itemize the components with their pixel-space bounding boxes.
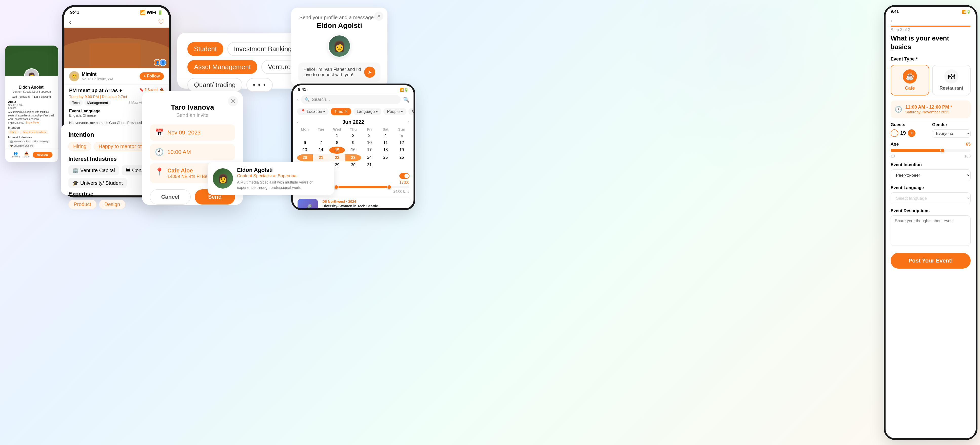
cal-day-19[interactable]: 19	[394, 146, 409, 154]
back-arrow[interactable]: ‹	[69, 19, 71, 26]
guests-increment[interactable]: +	[908, 129, 915, 137]
connect-close-button[interactable]: ✕	[374, 12, 383, 21]
chip-investment-banking[interactable]: Investment Banking	[228, 42, 298, 56]
guests-label: Guests	[891, 122, 929, 127]
message-button[interactable]: Message	[33, 152, 52, 158]
cal-day-21[interactable]: 21	[313, 154, 329, 161]
cal-header-fri: Fri	[362, 127, 377, 131]
time-slider-start[interactable]	[334, 185, 339, 189]
create-back-icon[interactable]: ‹	[891, 17, 892, 24]
cal-day-6[interactable]: 6	[297, 140, 313, 146]
cal-day-4[interactable]: 4	[378, 132, 393, 139]
event-type-restaurant[interactable]: 🍽 Restaurant	[932, 65, 970, 95]
age-slider-handle[interactable]	[940, 148, 945, 153]
date-icon: 📅	[155, 128, 164, 137]
guests-decrement[interactable]: −	[891, 129, 898, 137]
cancel-button[interactable]: Cancel	[150, 189, 191, 205]
time-icon: 🕙	[155, 148, 164, 156]
cal-month: Jun 2022	[342, 119, 364, 125]
event-language-select[interactable]: Select language	[891, 192, 970, 204]
chip-more[interactable]: • • •	[247, 78, 273, 92]
following-button[interactable]: 👥 Following	[11, 151, 21, 158]
cal-header-sat: Sat	[378, 127, 393, 131]
cal-day-31[interactable]: 31	[362, 162, 377, 168]
industry-university: 🎓 University/ Student	[8, 144, 35, 148]
cal-status-time: 9:41	[298, 87, 306, 92]
cal-day-17[interactable]: 17	[362, 146, 377, 154]
cal-day-11[interactable]: 11	[378, 140, 393, 146]
cal-day-13[interactable]: 13	[297, 146, 313, 154]
filter-location[interactable]: 📍 Location ▾	[297, 108, 329, 115]
cal-day-2[interactable]: 2	[345, 132, 361, 139]
post-event-button[interactable]: Post Your Event!	[891, 253, 970, 269]
cal-day-25[interactable]: 25	[378, 154, 393, 161]
age-min: 18	[891, 154, 895, 158]
event-desc-textarea[interactable]	[891, 215, 970, 246]
invite-person-name: Taro Ivanova	[171, 103, 214, 111]
event-type-cafe[interactable]: ☕ Cafe	[891, 65, 929, 95]
cal-day-22[interactable]: 22	[329, 154, 345, 161]
age-max-display: 65	[966, 142, 970, 147]
guests-value: 19	[900, 130, 906, 136]
host-name: Mimint	[82, 72, 137, 77]
cal-day-12[interactable]: 12	[394, 140, 409, 146]
filter-time[interactable]: Time ✕	[331, 108, 351, 115]
time-toggle[interactable]	[399, 173, 409, 179]
cal-day-10[interactable]: 10	[362, 140, 377, 146]
cal-day-18[interactable]: 18	[378, 146, 393, 154]
chip-asset-management[interactable]: Asset Management	[188, 60, 257, 74]
time-end-label: 17:06	[399, 180, 409, 185]
heart-icon[interactable]: ♡	[158, 18, 164, 26]
filter-gender[interactable]: Gen...	[409, 108, 414, 115]
cal-day-16[interactable]: 16	[345, 146, 361, 154]
cal-back-icon[interactable]: ‹	[297, 97, 299, 102]
create-date: Saturday, November 2023	[905, 110, 952, 114]
industry-vc-chip: 🏢Venture Capital	[68, 165, 119, 175]
gender-select[interactable]: Everyone	[932, 129, 970, 138]
cal-next[interactable]: ›	[408, 119, 409, 125]
cal-day-5[interactable]: 5	[394, 132, 409, 139]
cal-day-30[interactable]: 30	[345, 162, 361, 168]
time-slider-end[interactable]	[387, 185, 391, 189]
cal-day-23[interactable]: 23	[345, 154, 361, 161]
cal-day-14[interactable]: 14	[313, 146, 329, 154]
share-button[interactable]: 📤 Share	[24, 151, 30, 158]
cal-header-thu: Thu	[345, 127, 361, 131]
invite-date: Nov 09, 2023	[167, 129, 200, 136]
cal-day-7[interactable]: 7	[313, 140, 329, 146]
expertise-design: Design	[99, 200, 125, 209]
cal-day-20[interactable]: 20	[297, 154, 313, 161]
cal-day-15-today[interactable]: 15	[329, 146, 345, 154]
search-submit-icon[interactable]: 🔍	[403, 97, 409, 103]
cal-day-8[interactable]: 8	[329, 140, 345, 146]
event-intention-select[interactable]: Peer-to-peer	[891, 169, 970, 181]
event-type-label: Event Type *	[891, 56, 970, 62]
cal-day-26[interactable]: 26	[394, 154, 409, 161]
follow-button[interactable]: + Follow	[140, 72, 164, 80]
create-status-time: 9:41	[891, 10, 899, 14]
filter-language[interactable]: Language ▾	[353, 108, 382, 115]
bottom-profile-desc: A Multimedia Specialist with multiple ye…	[237, 180, 329, 190]
restaurant-label: Restaurant	[939, 86, 963, 91]
cal-day-1[interactable]: 1	[329, 132, 345, 139]
create-event-panel: 9:41 📶🔋 ‹ Step 3 of 3 What is your event…	[884, 5, 977, 440]
cal-header-wed: Wed	[329, 127, 345, 131]
cal-prev[interactable]: ‹	[297, 119, 299, 125]
location-icon: 📍	[155, 167, 164, 176]
chip-student[interactable]: Student	[188, 42, 223, 56]
create-time-icon: 🕐	[895, 106, 902, 113]
invite-close-button[interactable]: ✕	[228, 96, 238, 106]
chip-quant-trading[interactable]: Quant/ trading	[188, 78, 242, 92]
cal-day-3[interactable]: 3	[362, 132, 377, 139]
expertise-product: Product	[68, 200, 97, 209]
connect-title: Send your profile and a message to	[298, 15, 380, 21]
event-desc-label: Event Descriptions	[891, 208, 970, 213]
step-label: Step 3 of 3	[891, 28, 970, 32]
show-more-link[interactable]: Show More	[26, 121, 39, 124]
cal-header-sun: Sun	[394, 127, 409, 131]
cal-day-9[interactable]: 9	[345, 140, 361, 146]
cal-day-24[interactable]: 24	[362, 154, 377, 161]
connect-send-button[interactable]: ➤	[364, 67, 375, 78]
filter-people[interactable]: People ▾	[383, 108, 406, 115]
search-input[interactable]	[312, 97, 397, 102]
